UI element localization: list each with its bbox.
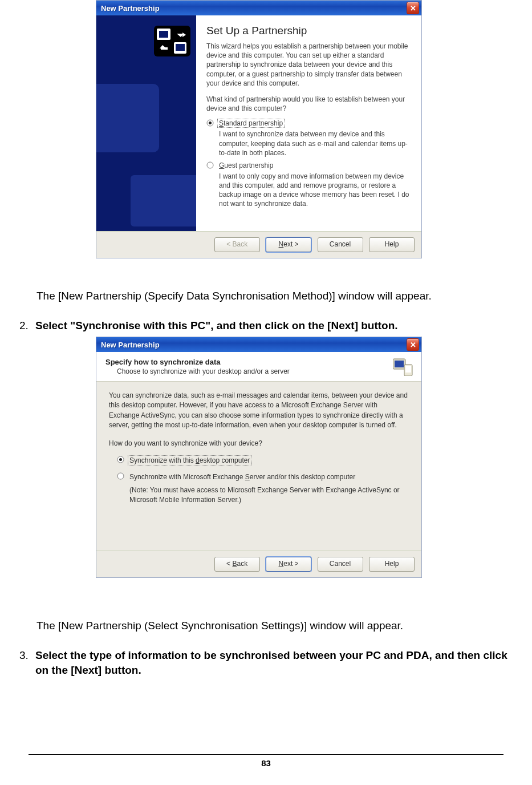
step-number: 3. <box>19 648 35 677</box>
window-title: New Partnership <box>101 341 407 349</box>
radio-label-text: tandard partnership <box>224 119 283 127</box>
header-title: Specify how to synchronize data <box>105 358 413 366</box>
svg-point-13 <box>119 458 122 461</box>
cancel-button[interactable]: Cancel <box>318 237 363 252</box>
next-button[interactable]: Next > <box>266 557 311 572</box>
radio-sync-exchange[interactable]: Synchronize with Microsoft Exchange Serv… <box>117 472 409 483</box>
sync-pc-pda-icon <box>154 26 190 56</box>
radio-guest-desc: I want to only copy and move information… <box>219 172 411 209</box>
radio-sync-desktop[interactable]: Synchronize with this desktop computer <box>117 455 409 466</box>
wizard-paragraph: You can synchronize data, such as e-mail… <box>109 391 409 431</box>
wizard-content: Set Up a Partnership This wizard helps y… <box>196 15 421 231</box>
radio-selected-icon <box>206 119 214 128</box>
titlebar[interactable]: New Partnership ✕ <box>96 337 421 352</box>
radio-label: Synchronize with Microsoft Exchange Serv… <box>128 472 357 483</box>
header-subtitle: Choose to synchronize with your desktop … <box>117 367 413 375</box>
close-icon[interactable]: ✕ <box>407 338 419 351</box>
close-icon[interactable]: ✕ <box>407 2 419 14</box>
radio-exchange-note: (Note: You must have access to Microsoft… <box>129 485 409 505</box>
svg-rect-9 <box>395 361 404 367</box>
svg-point-14 <box>117 473 124 479</box>
back-button[interactable]: < Back <box>214 237 260 252</box>
wizard-intro-text: This wizard helps you establish a partne… <box>206 42 411 88</box>
instruction-text-2: The [New Partnership (Select Synchronisa… <box>36 618 403 633</box>
radio-selected-icon <box>117 456 124 466</box>
wizard-header-strip: Specify how to synchronize data Choose t… <box>96 352 421 382</box>
button-bar: < Back Next > Cancel Help <box>96 231 421 258</box>
radio-label: Guest partnership <box>217 161 275 170</box>
back-button[interactable]: < Back <box>214 557 260 572</box>
svg-rect-11 <box>405 366 411 373</box>
wizard-question: What kind of partnership would you like … <box>206 95 411 113</box>
help-button[interactable]: Help <box>369 557 415 572</box>
next-button[interactable]: Next > <box>266 237 311 252</box>
sync-devices-icon <box>393 357 415 376</box>
button-bar: < Back Next > Cancel Help <box>96 551 421 577</box>
cancel-button[interactable]: Cancel <box>318 557 363 572</box>
radio-label: Standard partnership <box>217 119 285 128</box>
wizard-question: How do you want to synchronize with your… <box>109 439 409 448</box>
step-2: 2. Select "Synchronise with this PC", an… <box>19 318 398 333</box>
instruction-text-1: The [New Partnership (Specify Data Synch… <box>36 289 432 304</box>
step-number: 2. <box>19 318 35 333</box>
wizard-body: You can synchronize data, such as e-mail… <box>96 382 421 551</box>
radio-label: Synchronize with this desktop computer <box>128 455 251 466</box>
wizard-sidebar <box>96 15 196 231</box>
step-3: 3. Select the type of information to be … <box>19 648 517 677</box>
help-button[interactable]: Help <box>369 237 415 252</box>
radio-standard-desc: I want to synchronize data between my de… <box>219 130 411 157</box>
step-text: Select "Synchronise with this PC", and t… <box>35 318 398 333</box>
svg-point-7 <box>207 162 213 168</box>
radio-standard-partnership[interactable]: Standard partnership <box>206 119 411 128</box>
page-footer: 83 <box>29 754 503 768</box>
dialog-setup-partnership: New Partnership ✕ <box>96 0 422 258</box>
page-number: 83 <box>261 758 271 768</box>
dialog-specify-sync: New Partnership ✕ Specify how to synchro… <box>96 337 422 578</box>
radio-unselected-icon <box>206 161 214 171</box>
svg-rect-4 <box>176 44 185 51</box>
svg-rect-2 <box>159 31 168 38</box>
dialog-body: Set Up a Partnership This wizard helps y… <box>96 15 421 231</box>
wizard-heading: Set Up a Partnership <box>206 25 411 37</box>
window-title: New Partnership <box>101 4 407 13</box>
radio-unselected-icon <box>117 472 124 483</box>
titlebar[interactable]: New Partnership ✕ <box>96 1 421 15</box>
radio-guest-partnership[interactable]: Guest partnership <box>206 161 411 171</box>
step-text: Select the type of information to be syn… <box>35 648 517 677</box>
svg-point-6 <box>209 122 212 124</box>
